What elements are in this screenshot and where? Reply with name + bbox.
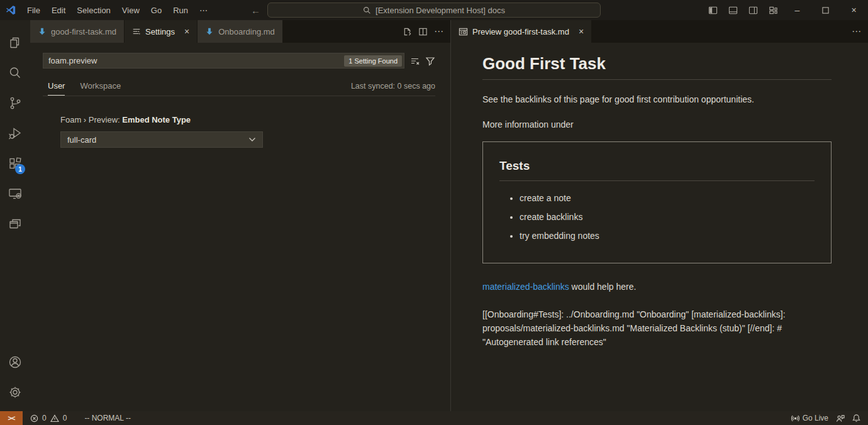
status-bar: >< 0 0 -- NORMAL -- Go Live bbox=[0, 411, 868, 425]
command-center-label: [Extension Development Host] docs bbox=[376, 6, 505, 15]
menu-edit[interactable]: Edit bbox=[46, 6, 71, 15]
menu-view[interactable]: View bbox=[116, 6, 145, 15]
setting-embed-note-type: Foam › Preview: Embed Note Type full-car… bbox=[60, 115, 435, 148]
command-center-search[interactable]: [Extension Development Host] docs bbox=[267, 3, 601, 18]
scope-tab-workspace[interactable]: Workspace bbox=[80, 76, 121, 96]
left-tabstrip: good-first-task.md Settings × Onboarding… bbox=[30, 20, 450, 43]
customize-layout-icon[interactable] bbox=[763, 0, 783, 20]
materialized-backlinks-link[interactable]: materialized-backlinks bbox=[482, 282, 569, 292]
tab-label: Onboarding.md bbox=[218, 27, 275, 36]
scope-tab-user[interactable]: User bbox=[48, 76, 65, 96]
link-suffix-text: would help here. bbox=[569, 282, 637, 292]
markdown-file-icon bbox=[38, 27, 47, 36]
nav-back-icon[interactable]: ← bbox=[251, 5, 260, 16]
tab-close-icon[interactable]: × bbox=[184, 27, 189, 36]
menu-run[interactable]: Run bbox=[167, 6, 194, 15]
embed-note-type-dropdown[interactable]: full-card bbox=[60, 131, 263, 148]
last-synced-label: Last synced: 0 secs ago bbox=[351, 82, 435, 91]
remote-indicator[interactable]: >< bbox=[0, 411, 23, 425]
tab-label: Preview good-first-task.md bbox=[472, 27, 569, 36]
tab-onboarding[interactable]: Onboarding.md bbox=[198, 20, 283, 43]
explorer-icon[interactable] bbox=[0, 28, 30, 58]
menu-more[interactable]: ⋯ bbox=[194, 6, 213, 15]
preview-paragraph: materialized-backlinks would help here. bbox=[482, 280, 832, 294]
search-icon bbox=[363, 6, 371, 14]
settings-editor: 1 Setting Found User Workspace Last bbox=[30, 43, 450, 411]
note-card-heading: Tests bbox=[499, 158, 815, 181]
preview-paragraph: More information under bbox=[482, 118, 832, 131]
search-view-icon[interactable] bbox=[0, 58, 30, 88]
window-close-button[interactable]: × bbox=[840, 0, 868, 20]
clear-settings-search-icon[interactable] bbox=[410, 56, 420, 66]
settings-editor-icon bbox=[132, 27, 141, 36]
settings-gear-icon[interactable] bbox=[0, 377, 30, 407]
embedded-note-card: Tests create a note create backlinks try… bbox=[482, 141, 832, 263]
source-control-icon[interactable] bbox=[0, 88, 30, 118]
tab-label: good-first-task.md bbox=[51, 27, 116, 36]
run-debug-icon[interactable] bbox=[0, 118, 30, 148]
notifications-bell-icon[interactable] bbox=[852, 414, 860, 422]
setting-category: Foam › Preview: bbox=[60, 115, 122, 124]
markdown-file-icon bbox=[205, 27, 214, 36]
settings-search-box[interactable]: 1 Setting Found bbox=[43, 53, 404, 69]
more-actions-icon[interactable]: ⋯ bbox=[434, 26, 444, 37]
feedback-icon[interactable] bbox=[836, 414, 845, 422]
setting-name: Embed Note Type bbox=[122, 115, 191, 124]
tab-close-icon[interactable]: × bbox=[579, 27, 584, 36]
list-item: try embedding notes bbox=[520, 229, 815, 243]
settings-search-input[interactable] bbox=[43, 56, 344, 65]
markdown-preview: Good First Task See the backlinks of thi… bbox=[451, 43, 868, 411]
windows-stack-icon[interactable] bbox=[0, 209, 30, 239]
settings-found-badge: 1 Setting Found bbox=[344, 55, 402, 67]
window-minimize-button[interactable]: – bbox=[783, 0, 811, 20]
menu-selection[interactable]: Selection bbox=[71, 6, 116, 15]
menu-file[interactable]: File bbox=[21, 6, 46, 15]
editor-group-left: good-first-task.md Settings × Onboarding… bbox=[30, 20, 450, 411]
dropdown-value: full-card bbox=[67, 135, 96, 145]
preview-heading: Good First Task bbox=[482, 53, 832, 80]
broadcast-icon bbox=[791, 414, 799, 422]
preview-paragraph: See the backlinks of this page for good … bbox=[482, 92, 832, 106]
go-live-label: Go Live bbox=[803, 414, 828, 422]
accounts-icon[interactable] bbox=[0, 347, 30, 377]
toggle-secondary-sidebar-icon[interactable] bbox=[743, 0, 763, 20]
editor-group-right: Preview good-first-task.md × ⋯ Good Firs… bbox=[450, 20, 868, 411]
tab-good-first-task[interactable]: good-first-task.md bbox=[30, 20, 125, 43]
open-settings-json-icon[interactable] bbox=[403, 27, 412, 36]
toggle-primary-sidebar-icon[interactable] bbox=[703, 0, 723, 20]
right-tabstrip: Preview good-first-task.md × ⋯ bbox=[451, 20, 868, 43]
more-actions-icon[interactable]: ⋯ bbox=[852, 26, 862, 37]
tab-settings[interactable]: Settings × bbox=[125, 20, 198, 43]
tab-label: Settings bbox=[145, 27, 175, 36]
split-editor-icon[interactable] bbox=[418, 27, 428, 36]
filter-settings-icon[interactable] bbox=[425, 56, 435, 66]
open-preview-icon bbox=[459, 27, 468, 36]
list-item: create backlinks bbox=[520, 210, 815, 224]
error-icon bbox=[30, 414, 38, 422]
go-live-button[interactable]: Go Live bbox=[791, 414, 828, 422]
error-count: 0 bbox=[42, 414, 47, 422]
titlebar: File Edit Selection View Go Run ⋯ ← → [E… bbox=[0, 0, 868, 20]
warning-icon bbox=[50, 414, 59, 422]
window-maximize-button[interactable] bbox=[811, 0, 840, 20]
link-references-text: [[Onboarding#Tests]: ../Onboarding.md "O… bbox=[482, 307, 832, 349]
note-card-list: create a note create backlinks try embed… bbox=[499, 191, 815, 243]
menu-go[interactable]: Go bbox=[145, 6, 167, 15]
remote-explorer-icon[interactable] bbox=[0, 179, 30, 209]
activity-bar: 1 bbox=[0, 20, 30, 411]
list-item: create a note bbox=[520, 191, 815, 205]
vscode-logo-icon bbox=[0, 4, 21, 16]
problems-status[interactable]: 0 0 bbox=[26, 414, 70, 422]
vim-mode-indicator[interactable]: -- NORMAL -- bbox=[81, 414, 135, 422]
extensions-badge: 1 bbox=[15, 164, 25, 174]
settings-scope-tabs: User Workspace Last synced: 0 secs ago bbox=[43, 76, 435, 96]
toggle-panel-icon[interactable] bbox=[723, 0, 743, 20]
extensions-icon[interactable]: 1 bbox=[0, 148, 30, 179]
chevron-down-icon bbox=[248, 137, 256, 142]
tab-preview-good-first-task[interactable]: Preview good-first-task.md × bbox=[451, 20, 592, 43]
warning-count: 0 bbox=[63, 414, 67, 422]
